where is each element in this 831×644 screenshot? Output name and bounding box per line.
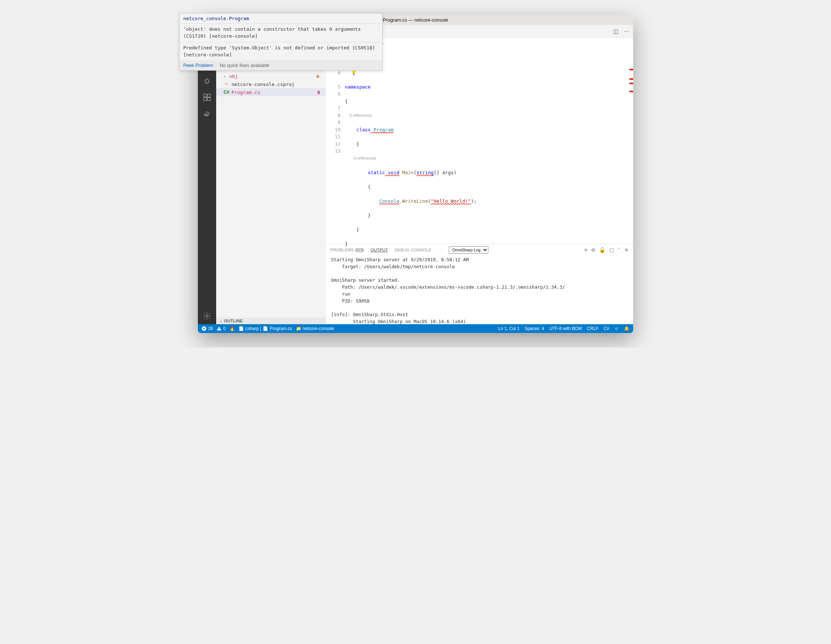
status-folder[interactable]: 📁 netcore-console bbox=[296, 326, 334, 331]
file-name: netcore-console.csproj bbox=[231, 81, 322, 87]
status-errors[interactable]: 26 bbox=[202, 326, 213, 331]
svg-rect-17 bbox=[207, 98, 210, 100]
error-marker-icon bbox=[629, 91, 633, 92]
svg-rect-15 bbox=[207, 94, 210, 97]
rss-icon: ⥲ bbox=[223, 81, 229, 87]
overview-ruler[interactable] bbox=[628, 69, 633, 215]
editor[interactable]: 1 2 3 4 5 6 7 8 9 10 11 12 13 using Sys … bbox=[326, 47, 633, 244]
line-number: 10 bbox=[326, 126, 341, 134]
modified-dot-icon bbox=[316, 75, 319, 78]
outline-label: OUTLINE bbox=[224, 319, 243, 323]
status-feedback[interactable]: ☺ bbox=[614, 326, 619, 331]
type-name: Program bbox=[371, 127, 393, 132]
csharp-file-icon: C# bbox=[223, 89, 229, 95]
codelens[interactable]: 0 references bbox=[354, 156, 376, 160]
error-badge: 8 bbox=[317, 90, 322, 95]
svg-point-18 bbox=[206, 315, 208, 317]
peek-problem-link[interactable]: Peek Problem bbox=[198, 62, 213, 68]
window: Program.cs — netcore-console bbox=[198, 14, 633, 333]
string-literal: "Hello World!" bbox=[431, 198, 471, 204]
debug-icon[interactable] bbox=[202, 76, 212, 86]
status-spaces[interactable]: Spaces: 4 bbox=[524, 326, 544, 331]
status-flame[interactable]: 🔥 bbox=[229, 326, 235, 331]
file-name: Program.cs bbox=[231, 90, 315, 95]
svg-rect-14 bbox=[204, 94, 207, 97]
extensions-icon[interactable] bbox=[202, 92, 212, 102]
hover-tooltip: netcore_console.Program 'object' does no… bbox=[198, 14, 382, 71]
window-title: Program.cs — netcore-console bbox=[382, 17, 448, 23]
folder-icon: 📁 bbox=[296, 326, 301, 331]
code-text: } bbox=[345, 213, 371, 218]
body: EXPLORER ⌄ OPEN EDITORS ✕ C# Program.cs … bbox=[198, 25, 633, 324]
line-gutter: 1 2 3 4 5 6 7 8 9 10 11 12 13 bbox=[326, 47, 345, 244]
code-content[interactable]: using Sys 💡 namespace { 0 references cla… bbox=[345, 47, 633, 244]
tab-actions: ◫ ⋯ bbox=[609, 25, 633, 38]
line-number: 13 bbox=[326, 147, 341, 155]
settings-icon[interactable] bbox=[202, 311, 212, 321]
chevron-right-icon: › bbox=[223, 74, 228, 79]
status-eol[interactable]: CRLF bbox=[587, 326, 599, 331]
error-marker-icon bbox=[629, 78, 633, 80]
svg-rect-16 bbox=[204, 98, 207, 100]
code-text: ); bbox=[471, 198, 477, 204]
status-position[interactable]: Ln 1, Col 1 bbox=[498, 326, 519, 331]
status-language[interactable]: C# bbox=[603, 326, 609, 331]
more-icon[interactable]: ⋯ bbox=[624, 28, 629, 35]
project-icon: 📄 bbox=[239, 326, 244, 331]
hover-error-1: 'object' does not contain a constructor … bbox=[198, 24, 382, 43]
hover-error-2: Predefined type 'System.Object' is not d… bbox=[198, 43, 382, 61]
output-body[interactable]: Starting OmniSharp server at 9/29/2019, … bbox=[326, 255, 633, 324]
error-marker-icon bbox=[629, 83, 633, 84]
codelens[interactable]: 0 references bbox=[349, 113, 372, 118]
method: Main bbox=[400, 170, 414, 175]
code-text: } bbox=[345, 227, 359, 232]
docker-icon[interactable] bbox=[202, 108, 212, 118]
keyword: static bbox=[368, 170, 385, 175]
line-number: 7 bbox=[326, 105, 341, 112]
keyword: class bbox=[356, 127, 371, 132]
type-name: Console bbox=[379, 198, 400, 204]
status-csharp[interactable]: 📄 csharp | 📄 Program.cs bbox=[239, 326, 292, 331]
hover-actions: Peek Problem No quick fixes available bbox=[198, 61, 382, 70]
code-text: { bbox=[345, 184, 371, 190]
keyword: namespace bbox=[345, 84, 371, 90]
split-editor-icon[interactable]: ◫ bbox=[613, 28, 619, 35]
keyword: void bbox=[385, 170, 400, 175]
code-text: } bbox=[345, 241, 348, 247]
svg-point-7 bbox=[205, 80, 209, 83]
file-item[interactable]: C# Program.cs 8 bbox=[216, 88, 326, 96]
status-warnings[interactable]: 0 bbox=[217, 326, 226, 331]
bell-icon: 🔔 bbox=[624, 326, 629, 331]
outline-header[interactable]: › OUTLINE bbox=[216, 317, 326, 324]
code-text: ( bbox=[428, 198, 431, 204]
code-text: { bbox=[345, 99, 348, 104]
flame-icon: 🔥 bbox=[229, 326, 235, 331]
error-marker-icon bbox=[629, 69, 633, 70]
line-number: 12 bbox=[326, 140, 341, 148]
editor-area: C# Program.cs ✕ ◫ ⋯ netcore_console.Prog… bbox=[326, 25, 633, 324]
status-bar: 26 0 🔥 📄 csharp | 📄 Program.cs 📁 netcore… bbox=[198, 324, 633, 333]
code-text: . bbox=[400, 198, 402, 204]
line-number: 5 bbox=[326, 83, 341, 91]
smiley-icon: ☺ bbox=[614, 326, 619, 331]
code-text: { bbox=[345, 141, 359, 147]
keyword: string bbox=[417, 170, 434, 175]
code-text: [] args) bbox=[434, 170, 457, 175]
folder-name: obj bbox=[229, 73, 315, 79]
line-number: 6 bbox=[326, 90, 341, 98]
hover-title: netcore_console.Program bbox=[198, 14, 382, 24]
line-number: 8 bbox=[326, 112, 341, 119]
file-icon: 📄 bbox=[263, 326, 268, 331]
no-quick-fix-label: No quick fixes available bbox=[220, 62, 269, 68]
line-number: 11 bbox=[326, 133, 341, 140]
method: WriteLine bbox=[402, 198, 428, 204]
line-number: 9 bbox=[326, 119, 341, 126]
folder-item[interactable]: › obj bbox=[216, 72, 326, 80]
chevron-right-icon: › bbox=[219, 319, 223, 323]
code-text: ( bbox=[414, 170, 417, 175]
status-encoding[interactable]: UTF-8 with BOM bbox=[549, 326, 582, 331]
status-notifications[interactable]: 🔔 bbox=[624, 326, 629, 331]
file-item[interactable]: ⥲ netcore-console.csproj bbox=[216, 80, 326, 88]
